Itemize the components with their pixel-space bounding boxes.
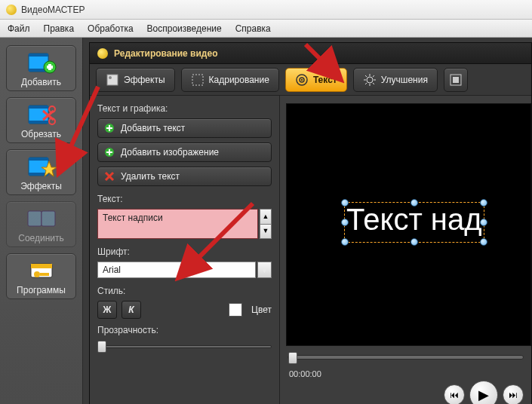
text-overlay[interactable]: Текст над bbox=[344, 202, 484, 243]
properties-panel: Текст и графика: Добавить текст Добавить… bbox=[90, 96, 280, 404]
svg-rect-12 bbox=[29, 158, 48, 161]
menu-edit[interactable]: Правка bbox=[44, 23, 75, 34]
svg-line-33 bbox=[373, 83, 374, 84]
color-swatch[interactable] bbox=[229, 303, 242, 317]
menu-help[interactable]: Справка bbox=[235, 23, 271, 34]
style-label: Стиль: bbox=[97, 286, 272, 296]
overlay-text: Текст над bbox=[346, 203, 482, 236]
svg-point-22 bbox=[109, 76, 112, 79]
next-button[interactable]: ⏭ bbox=[503, 384, 524, 404]
resize-handle-icon[interactable] bbox=[411, 238, 418, 246]
side-effects-button[interactable]: Эффекты bbox=[6, 149, 76, 195]
resize-handle-icon[interactable] bbox=[341, 238, 349, 246]
svg-rect-5 bbox=[48, 64, 51, 70]
svg-rect-43 bbox=[109, 149, 110, 155]
text-scroll-down[interactable]: ▼ bbox=[260, 225, 272, 240]
subwindow-title: Редактирование видео bbox=[114, 48, 218, 59]
sparkle-icon bbox=[106, 73, 119, 87]
resize-handle-icon[interactable] bbox=[341, 219, 349, 226]
slider-thumb-icon[interactable] bbox=[97, 341, 106, 353]
resize-handle-icon[interactable] bbox=[341, 199, 349, 207]
section-label: Текст и графика: bbox=[97, 103, 272, 114]
svg-rect-37 bbox=[453, 77, 459, 83]
timeline-thumb-icon[interactable] bbox=[288, 352, 297, 364]
add-image-button[interactable]: Добавить изображение bbox=[97, 142, 272, 162]
delete-text-label: Удалить текст bbox=[121, 171, 180, 182]
tab-bar: Эффекты Кадрирование Текст bbox=[90, 64, 531, 96]
resize-handle-icon[interactable] bbox=[480, 199, 487, 207]
svg-line-32 bbox=[365, 75, 367, 77]
app-logo-icon bbox=[6, 5, 17, 15]
resize-handle-icon[interactable] bbox=[480, 219, 487, 226]
font-select[interactable] bbox=[97, 262, 256, 278]
tab-crop[interactable]: Кадрирование bbox=[181, 68, 279, 92]
crop-icon bbox=[191, 73, 204, 87]
tab-text-label: Текст bbox=[313, 75, 337, 85]
text-input[interactable]: Текст надписи bbox=[97, 209, 258, 239]
side-cut-label: Обрезать bbox=[21, 129, 61, 139]
resize-handle-icon[interactable] bbox=[411, 199, 418, 207]
side-programs-label: Программы bbox=[17, 285, 66, 295]
menu-playback[interactable]: Воспроизведение bbox=[147, 23, 222, 34]
filmstrip-star-icon bbox=[26, 155, 57, 179]
prev-button[interactable]: ⏮ bbox=[444, 384, 465, 404]
svg-line-35 bbox=[365, 83, 367, 84]
opacity-label: Прозрачность: bbox=[97, 325, 272, 335]
svg-rect-18 bbox=[31, 264, 52, 268]
svg-rect-21 bbox=[107, 75, 118, 85]
svg-rect-8 bbox=[29, 121, 48, 124]
add-text-label: Добавить текст bbox=[121, 123, 185, 133]
resize-handle-icon[interactable] bbox=[480, 238, 487, 246]
app-title: ВидеоМАСТЕР bbox=[21, 5, 85, 15]
filmstrip-scissors-icon bbox=[26, 103, 57, 127]
side-programs-button[interactable]: Программы bbox=[6, 253, 76, 299]
side-add-button[interactable]: Добавить bbox=[6, 45, 76, 91]
svg-rect-1 bbox=[29, 54, 48, 57]
delete-text-button[interactable]: Удалить текст bbox=[97, 167, 272, 186]
time-display: 00:00:00 bbox=[289, 369, 321, 378]
side-add-label: Добавить bbox=[21, 77, 61, 87]
svg-rect-15 bbox=[28, 211, 42, 226]
bold-button[interactable]: Ж bbox=[97, 301, 117, 319]
svg-rect-40 bbox=[109, 125, 110, 131]
color-label: Цвет bbox=[251, 305, 272, 315]
subwindow-titlebar: Редактирование видео bbox=[89, 42, 532, 63]
title-bar: ВидеоМАСТЕР bbox=[0, 0, 532, 20]
text-scroll-up[interactable]: ▲ bbox=[260, 209, 272, 225]
menu-processing[interactable]: Обработка bbox=[88, 23, 134, 34]
plus-icon bbox=[104, 123, 115, 133]
play-button[interactable]: ▶ bbox=[469, 381, 498, 404]
svg-rect-16 bbox=[42, 211, 55, 226]
video-preview[interactable]: Текст над bbox=[286, 103, 531, 346]
svg-point-19 bbox=[34, 271, 40, 277]
svg-rect-23 bbox=[192, 75, 203, 85]
filmstrip-plus-icon bbox=[26, 50, 57, 75]
side-effects-label: Эффекты bbox=[20, 181, 62, 191]
timeline-slider[interactable] bbox=[288, 355, 524, 360]
add-text-button[interactable]: Добавить текст bbox=[97, 118, 272, 138]
side-cut-button[interactable]: Обрезать bbox=[6, 97, 76, 143]
plus-icon bbox=[104, 147, 115, 158]
font-label: Шрифт: bbox=[97, 246, 272, 257]
tab-enhance[interactable]: Улучшения bbox=[353, 68, 438, 92]
tab-effects[interactable]: Эффекты bbox=[96, 68, 175, 92]
side-join-button[interactable]: Соединить bbox=[6, 201, 76, 247]
subwindow-logo-icon bbox=[97, 48, 108, 59]
key-card-icon bbox=[26, 259, 57, 283]
svg-rect-7 bbox=[29, 106, 48, 109]
tab-effects-label: Эффекты bbox=[124, 75, 165, 85]
opacity-slider[interactable] bbox=[97, 340, 272, 354]
menu-bar: Файл Правка Обработка Воспроизведение Сп… bbox=[0, 20, 532, 38]
svg-point-26 bbox=[301, 78, 303, 80]
font-dropdown-button[interactable]: ▼ bbox=[257, 262, 272, 278]
text-label: Текст: bbox=[97, 194, 272, 204]
tab-more[interactable] bbox=[444, 68, 468, 92]
menu-file[interactable]: Файл bbox=[8, 23, 30, 34]
tab-text[interactable]: Текст bbox=[285, 68, 347, 92]
text-target-icon bbox=[295, 73, 309, 87]
preview-area: Текст над bbox=[280, 96, 531, 404]
add-image-label: Добавить изображение bbox=[121, 147, 219, 158]
italic-button[interactable]: К bbox=[121, 301, 141, 319]
sun-icon bbox=[363, 73, 377, 87]
close-icon bbox=[104, 171, 115, 182]
